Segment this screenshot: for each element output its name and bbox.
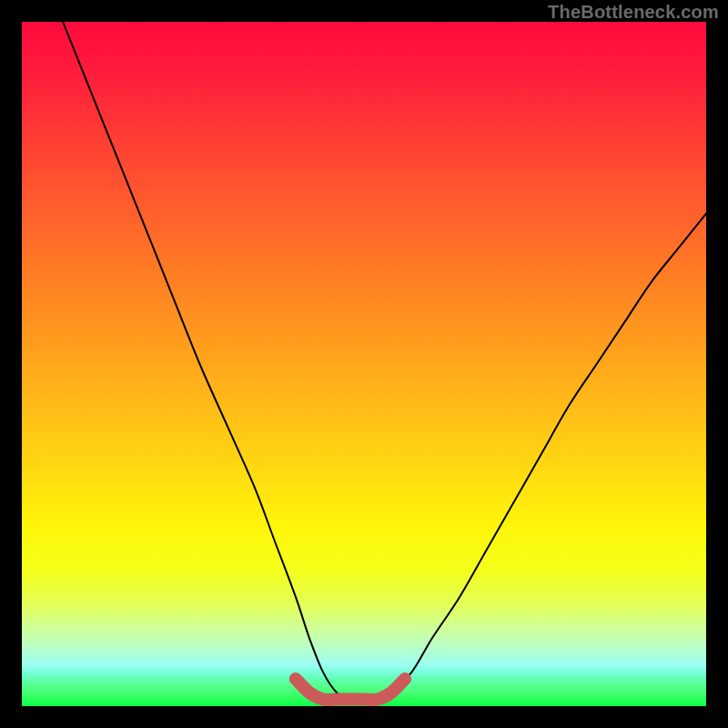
chart-svg <box>22 22 706 706</box>
chart-frame: TheBottleneck.com <box>0 0 728 728</box>
watermark-text: TheBottleneck.com <box>548 2 719 23</box>
optimal-band <box>296 679 405 700</box>
bottleneck-curve <box>63 22 706 700</box>
chart-plot-area <box>22 22 706 706</box>
